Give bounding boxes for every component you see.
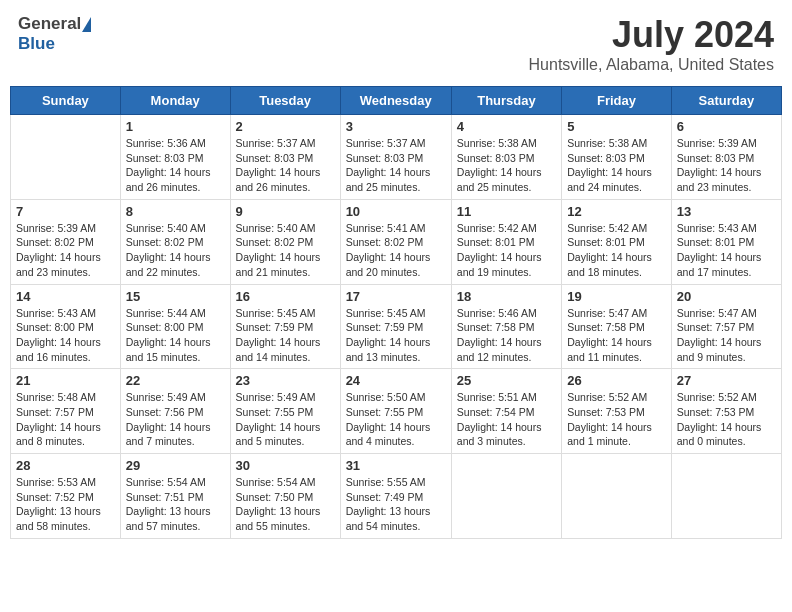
calendar-cell: 13Sunrise: 5:43 AM Sunset: 8:01 PM Dayli… <box>671 199 781 284</box>
day-info: Sunrise: 5:42 AM Sunset: 8:01 PM Dayligh… <box>457 221 556 280</box>
day-info: Sunrise: 5:55 AM Sunset: 7:49 PM Dayligh… <box>346 475 446 534</box>
day-number: 16 <box>236 289 335 304</box>
logo-general: General <box>18 14 81 34</box>
calendar-cell: 10Sunrise: 5:41 AM Sunset: 8:02 PM Dayli… <box>340 199 451 284</box>
calendar-cell: 24Sunrise: 5:50 AM Sunset: 7:55 PM Dayli… <box>340 369 451 454</box>
day-header-sunday: Sunday <box>11 87 121 115</box>
calendar-cell: 15Sunrise: 5:44 AM Sunset: 8:00 PM Dayli… <box>120 284 230 369</box>
calendar-cell: 3Sunrise: 5:37 AM Sunset: 8:03 PM Daylig… <box>340 115 451 200</box>
calendar-cell: 11Sunrise: 5:42 AM Sunset: 8:01 PM Dayli… <box>451 199 561 284</box>
calendar-week-row: 14Sunrise: 5:43 AM Sunset: 8:00 PM Dayli… <box>11 284 782 369</box>
calendar-cell: 22Sunrise: 5:49 AM Sunset: 7:56 PM Dayli… <box>120 369 230 454</box>
day-info: Sunrise: 5:39 AM Sunset: 8:03 PM Dayligh… <box>677 136 776 195</box>
calendar-cell <box>562 454 672 539</box>
day-info: Sunrise: 5:43 AM Sunset: 8:00 PM Dayligh… <box>16 306 115 365</box>
calendar-cell: 17Sunrise: 5:45 AM Sunset: 7:59 PM Dayli… <box>340 284 451 369</box>
day-number: 14 <box>16 289 115 304</box>
day-number: 26 <box>567 373 666 388</box>
calendar-cell: 20Sunrise: 5:47 AM Sunset: 7:57 PM Dayli… <box>671 284 781 369</box>
day-number: 11 <box>457 204 556 219</box>
day-info: Sunrise: 5:42 AM Sunset: 8:01 PM Dayligh… <box>567 221 666 280</box>
calendar-cell: 28Sunrise: 5:53 AM Sunset: 7:52 PM Dayli… <box>11 454 121 539</box>
day-info: Sunrise: 5:44 AM Sunset: 8:00 PM Dayligh… <box>126 306 225 365</box>
day-number: 7 <box>16 204 115 219</box>
day-number: 9 <box>236 204 335 219</box>
day-header-wednesday: Wednesday <box>340 87 451 115</box>
day-info: Sunrise: 5:38 AM Sunset: 8:03 PM Dayligh… <box>567 136 666 195</box>
day-number: 18 <box>457 289 556 304</box>
day-info: Sunrise: 5:49 AM Sunset: 7:55 PM Dayligh… <box>236 390 335 449</box>
day-info: Sunrise: 5:51 AM Sunset: 7:54 PM Dayligh… <box>457 390 556 449</box>
title-area: July 2024 Huntsville, Alabama, United St… <box>529 14 774 74</box>
day-info: Sunrise: 5:43 AM Sunset: 8:01 PM Dayligh… <box>677 221 776 280</box>
calendar-cell: 23Sunrise: 5:49 AM Sunset: 7:55 PM Dayli… <box>230 369 340 454</box>
calendar-cell: 1Sunrise: 5:36 AM Sunset: 8:03 PM Daylig… <box>120 115 230 200</box>
calendar-cell: 21Sunrise: 5:48 AM Sunset: 7:57 PM Dayli… <box>11 369 121 454</box>
day-number: 1 <box>126 119 225 134</box>
day-info: Sunrise: 5:36 AM Sunset: 8:03 PM Dayligh… <box>126 136 225 195</box>
location: Huntsville, Alabama, United States <box>529 56 774 74</box>
day-header-saturday: Saturday <box>671 87 781 115</box>
day-number: 13 <box>677 204 776 219</box>
day-number: 24 <box>346 373 446 388</box>
calendar-cell: 7Sunrise: 5:39 AM Sunset: 8:02 PM Daylig… <box>11 199 121 284</box>
day-number: 31 <box>346 458 446 473</box>
day-info: Sunrise: 5:52 AM Sunset: 7:53 PM Dayligh… <box>567 390 666 449</box>
day-info: Sunrise: 5:38 AM Sunset: 8:03 PM Dayligh… <box>457 136 556 195</box>
calendar-cell: 26Sunrise: 5:52 AM Sunset: 7:53 PM Dayli… <box>562 369 672 454</box>
day-number: 21 <box>16 373 115 388</box>
day-number: 30 <box>236 458 335 473</box>
day-info: Sunrise: 5:40 AM Sunset: 8:02 PM Dayligh… <box>126 221 225 280</box>
day-info: Sunrise: 5:46 AM Sunset: 7:58 PM Dayligh… <box>457 306 556 365</box>
calendar-cell: 16Sunrise: 5:45 AM Sunset: 7:59 PM Dayli… <box>230 284 340 369</box>
calendar-week-row: 28Sunrise: 5:53 AM Sunset: 7:52 PM Dayli… <box>11 454 782 539</box>
day-number: 20 <box>677 289 776 304</box>
calendar-cell: 18Sunrise: 5:46 AM Sunset: 7:58 PM Dayli… <box>451 284 561 369</box>
day-header-thursday: Thursday <box>451 87 561 115</box>
day-number: 5 <box>567 119 666 134</box>
day-info: Sunrise: 5:37 AM Sunset: 8:03 PM Dayligh… <box>236 136 335 195</box>
day-info: Sunrise: 5:41 AM Sunset: 8:02 PM Dayligh… <box>346 221 446 280</box>
day-number: 4 <box>457 119 556 134</box>
calendar-cell: 27Sunrise: 5:52 AM Sunset: 7:53 PM Dayli… <box>671 369 781 454</box>
logo-triangle-icon <box>82 17 91 32</box>
calendar: SundayMondayTuesdayWednesdayThursdayFrid… <box>10 86 782 539</box>
calendar-cell <box>451 454 561 539</box>
calendar-cell: 4Sunrise: 5:38 AM Sunset: 8:03 PM Daylig… <box>451 115 561 200</box>
calendar-cell <box>11 115 121 200</box>
header: General Blue July 2024 Huntsville, Alaba… <box>10 10 782 78</box>
day-number: 25 <box>457 373 556 388</box>
day-info: Sunrise: 5:54 AM Sunset: 7:50 PM Dayligh… <box>236 475 335 534</box>
day-info: Sunrise: 5:37 AM Sunset: 8:03 PM Dayligh… <box>346 136 446 195</box>
day-info: Sunrise: 5:40 AM Sunset: 8:02 PM Dayligh… <box>236 221 335 280</box>
calendar-cell: 29Sunrise: 5:54 AM Sunset: 7:51 PM Dayli… <box>120 454 230 539</box>
day-info: Sunrise: 5:47 AM Sunset: 7:57 PM Dayligh… <box>677 306 776 365</box>
day-number: 15 <box>126 289 225 304</box>
day-number: 12 <box>567 204 666 219</box>
day-info: Sunrise: 5:52 AM Sunset: 7:53 PM Dayligh… <box>677 390 776 449</box>
day-number: 23 <box>236 373 335 388</box>
logo: General Blue <box>18 14 91 54</box>
calendar-cell: 25Sunrise: 5:51 AM Sunset: 7:54 PM Dayli… <box>451 369 561 454</box>
day-number: 17 <box>346 289 446 304</box>
day-info: Sunrise: 5:47 AM Sunset: 7:58 PM Dayligh… <box>567 306 666 365</box>
day-number: 8 <box>126 204 225 219</box>
calendar-cell: 30Sunrise: 5:54 AM Sunset: 7:50 PM Dayli… <box>230 454 340 539</box>
calendar-cell: 14Sunrise: 5:43 AM Sunset: 8:00 PM Dayli… <box>11 284 121 369</box>
day-number: 29 <box>126 458 225 473</box>
calendar-header-row: SundayMondayTuesdayWednesdayThursdayFrid… <box>11 87 782 115</box>
day-number: 28 <box>16 458 115 473</box>
day-info: Sunrise: 5:54 AM Sunset: 7:51 PM Dayligh… <box>126 475 225 534</box>
day-number: 19 <box>567 289 666 304</box>
logo-blue: Blue <box>18 34 55 53</box>
day-number: 10 <box>346 204 446 219</box>
day-number: 3 <box>346 119 446 134</box>
day-number: 27 <box>677 373 776 388</box>
calendar-cell: 19Sunrise: 5:47 AM Sunset: 7:58 PM Dayli… <box>562 284 672 369</box>
day-info: Sunrise: 5:39 AM Sunset: 8:02 PM Dayligh… <box>16 221 115 280</box>
day-info: Sunrise: 5:53 AM Sunset: 7:52 PM Dayligh… <box>16 475 115 534</box>
day-info: Sunrise: 5:49 AM Sunset: 7:56 PM Dayligh… <box>126 390 225 449</box>
day-number: 6 <box>677 119 776 134</box>
calendar-cell: 6Sunrise: 5:39 AM Sunset: 8:03 PM Daylig… <box>671 115 781 200</box>
calendar-week-row: 7Sunrise: 5:39 AM Sunset: 8:02 PM Daylig… <box>11 199 782 284</box>
